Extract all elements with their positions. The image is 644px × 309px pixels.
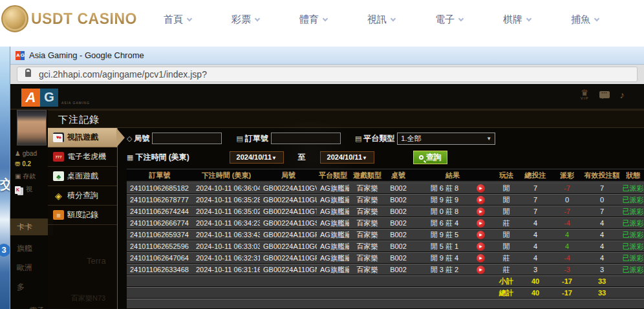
cell-table-no: B002 <box>385 217 411 228</box>
customer-service-icon[interactable]: ··· <box>599 91 610 98</box>
site-nav: 首頁 彩票 體育 視訊 電子 棋牌 捕魚 <box>144 0 619 39</box>
ag-logo[interactable]: A G ASIA GAMING <box>21 89 90 107</box>
play-video-button[interactable]: ▶ <box>477 266 485 274</box>
cell-platform: AG旗艦廳 <box>317 252 349 263</box>
vip-crown-icon[interactable]: ♛ VIP <box>581 89 589 100</box>
chevron-down-icon <box>458 16 464 21</box>
menu-fragment-slots: 777電子 <box>17 305 45 309</box>
play-video-button[interactable]: ▶ <box>477 254 485 262</box>
nav-item[interactable]: 捕魚 <box>551 14 619 26</box>
list-icon: ▤ <box>355 134 361 143</box>
cell-platform: AG旗艦廳 <box>317 194 349 205</box>
cell-time: 2024-10-11 06:32:31 <box>193 252 260 263</box>
play-video-button[interactable]: ▶ <box>477 208 485 216</box>
round-input[interactable] <box>152 133 222 144</box>
sidebar: Terra 百家樂N73 視訊遊戲 電子老虎機 桌面遊戲 <box>48 128 118 309</box>
window-titlebar[interactable]: AG Asia Gaming - Google Chrome <box>10 47 644 65</box>
cell-result: 閒 0 莊 8▶ <box>411 206 494 217</box>
lock-icon <box>25 72 31 77</box>
play-video-button[interactable]: ▶ <box>477 231 485 239</box>
nav-item[interactable]: 體育 <box>279 14 347 26</box>
sidebar-item[interactable]: 電子老虎機 <box>48 147 117 167</box>
background-text-fragment: 交 <box>0 176 10 193</box>
cell-valid: 4 <box>582 252 622 263</box>
subtotal-payout: -17 <box>552 275 582 286</box>
cell-platform: AG旗艦廳 <box>317 229 349 240</box>
nav-item[interactable]: 視訊 <box>347 14 415 26</box>
magnifier-icon <box>419 155 424 160</box>
nav-item[interactable]: 首頁 <box>144 14 211 26</box>
music-note-icon[interactable]: ♪ <box>620 89 625 100</box>
column-header: 玩法 <box>494 169 519 182</box>
chevron-down-icon <box>391 16 396 21</box>
cell-time: 2024-10-11 06:33:03 <box>193 240 260 251</box>
watermark-baccarat: 百家樂N73 <box>71 293 105 303</box>
table-row: 241011062633468 2024-10-11 06:31:16 GB00… <box>127 264 644 275</box>
subtotal-label: 小計 <box>494 275 519 286</box>
browser-window: AG Asia Gaming - Google Chrome gci.2hhap… <box>10 47 644 309</box>
cell-play: 閒 <box>494 240 519 251</box>
cell-round: GB00224A110GV <box>260 182 317 193</box>
date-to-picker[interactable]: 2024/10/11▼ <box>320 151 374 164</box>
cell-valid: 3 <box>582 264 622 275</box>
cell-game: 百家樂 <box>349 182 385 193</box>
sidebar-item-label: 額度記錄 <box>67 209 98 220</box>
sidebar-item-icon <box>53 152 64 162</box>
chevron-down-icon <box>323 16 328 21</box>
sidebar-item-icon <box>53 210 64 220</box>
subtotal-row: 小計 40 -17 33 <box>127 275 644 286</box>
bet-time-label: 下注時間 (美東) <box>135 152 189 163</box>
cell-bet: 7 <box>519 206 552 217</box>
date-from-picker[interactable]: 2024/10/11▼ <box>230 151 284 164</box>
total-payout: -17 <box>552 287 582 298</box>
sidebar-item[interactable]: 額度記錄 <box>48 206 117 225</box>
order-label: 訂單號 <box>245 133 268 144</box>
cell-status: 已派彩 <box>622 229 644 240</box>
sidebar-item[interactable]: 桌面遊戲 <box>48 167 117 186</box>
cell-result: 閒 9 莊 4▶ <box>411 252 494 263</box>
cell-result: 閒 5 莊 1▶ <box>411 240 494 251</box>
cell-order: 241011062659374 <box>127 229 193 240</box>
play-video-button[interactable]: ▶ <box>477 219 485 228</box>
column-header: 狀態 <box>622 169 644 182</box>
sidebar-item[interactable]: 積分查詢 <box>48 186 117 206</box>
order-input[interactable] <box>271 133 341 144</box>
play-video-button[interactable]: ▶ <box>477 184 485 193</box>
cell-time: 2024-10-11 06:35:02 <box>193 206 260 217</box>
window-title: Asia Gaming - Google Chrome <box>29 50 144 60</box>
cell-payout: -7 <box>552 206 582 217</box>
cell-bet: 4 <box>519 217 552 228</box>
balance-fragment: ⛃ 0.2 <box>15 160 31 167</box>
chevron-down-icon <box>255 16 260 21</box>
cell-status: 已派彩 <box>622 240 644 251</box>
nav-item[interactable]: 電子 <box>415 14 483 26</box>
cell-order: 241011062652596 <box>127 240 193 251</box>
site-logo[interactable]: USDT CASINO <box>1 5 137 32</box>
cell-order: 241011062678777 <box>127 194 193 205</box>
column-header: 派彩 <box>552 169 582 182</box>
search-button[interactable]: 查詢 <box>413 151 447 164</box>
total-row: 總計 40 -17 33 <box>127 287 644 298</box>
cell-result: 閒 6 莊 4▶ <box>411 217 494 228</box>
address-field[interactable]: gci.2hhapi.com/agingame/pcv1/index.jsp? <box>17 67 638 82</box>
ag-logo-a: A <box>21 89 40 107</box>
cell-table-no: B002 <box>385 206 411 217</box>
nav-item[interactable]: 棋牌 <box>483 14 551 26</box>
cell-game: 百家樂 <box>349 252 385 263</box>
cell-time: 2024-10-11 06:33:43 <box>193 229 260 240</box>
bet-table-body: 241011062685182 2024-10-11 06:36:04 GB00… <box>127 182 644 275</box>
ag-logo-g: G <box>40 89 58 107</box>
play-video-button[interactable]: ▶ <box>477 196 485 204</box>
platform-select[interactable]: 1.全部 ▼ <box>397 133 495 145</box>
cell-platform: AG旗艦廳 <box>317 240 349 251</box>
column-header: 有效投注額 <box>582 169 622 182</box>
nav-item[interactable]: 彩票 <box>211 14 279 26</box>
play-video-button[interactable]: ▶ <box>477 242 485 251</box>
cell-time: 2024-10-11 06:36:04 <box>193 182 260 193</box>
cell-order: 241011062633468 <box>127 264 193 275</box>
cell-valid: 4 <box>582 229 622 240</box>
cell-round: GB00224A110GU <box>260 194 317 205</box>
cell-status: 已派彩 <box>622 194 644 205</box>
watermark-terra: Terra <box>87 256 106 266</box>
sidebar-item[interactable]: 視訊遊戲 <box>48 128 117 147</box>
